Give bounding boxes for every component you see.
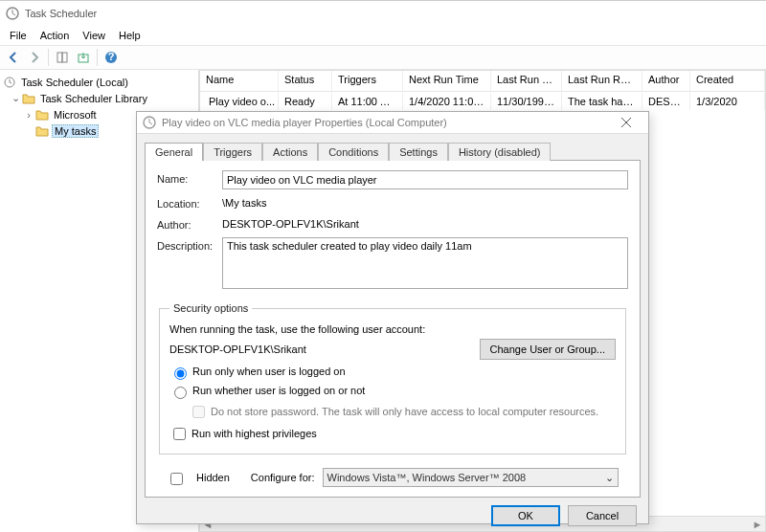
tab-general-panel: Name: Location: \My tasks Author: DESKTO… xyxy=(145,160,641,498)
expand-icon[interactable]: ⌄ xyxy=(10,92,21,104)
clock-icon xyxy=(143,116,156,129)
task-properties-dialog: Play video on VLC media player Propertie… xyxy=(136,111,649,524)
dialog-tabs: General Triggers Actions Conditions Sett… xyxy=(137,134,648,160)
svg-rect-3 xyxy=(57,53,62,62)
user-account-label: When running the task, use the following… xyxy=(169,321,616,337)
grid-header: Name Status Triggers Next Run Time Last … xyxy=(200,71,765,92)
tab-history[interactable]: History (disabled) xyxy=(448,143,552,161)
col-next-run[interactable]: Next Run Time xyxy=(403,71,491,91)
menu-help[interactable]: Help xyxy=(113,28,146,43)
do-not-store-checkbox xyxy=(192,406,205,418)
tree-root[interactable]: Task Scheduler (Local) xyxy=(2,74,196,90)
col-author[interactable]: Author xyxy=(642,71,690,91)
dialog-title: Play video on VLC media player Propertie… xyxy=(162,117,610,128)
export-button[interactable] xyxy=(74,48,93,67)
cancel-button[interactable]: Cancel xyxy=(568,505,637,526)
tab-general[interactable]: General xyxy=(145,143,203,161)
table-row[interactable]: Play video o... Ready At 11:00 AM ... 1/… xyxy=(200,92,765,111)
folder-icon xyxy=(34,108,50,122)
forward-button[interactable] xyxy=(25,48,44,67)
run-highest-checkbox[interactable] xyxy=(173,428,186,440)
scroll-right-icon[interactable]: ► xyxy=(750,517,765,532)
tab-triggers[interactable]: Triggers xyxy=(203,143,262,161)
refresh-all-button[interactable] xyxy=(53,48,72,67)
run-logged-on-radio[interactable] xyxy=(174,367,187,380)
col-triggers[interactable]: Triggers xyxy=(332,71,403,91)
dialog-titlebar[interactable]: Play video on VLC media player Propertie… xyxy=(137,112,648,134)
location-label: Location: xyxy=(157,195,216,210)
menu-action[interactable]: Action xyxy=(34,28,76,43)
col-last-run[interactable]: Last Run Time xyxy=(491,71,562,91)
change-user-button[interactable]: Change User or Group... xyxy=(480,339,616,360)
col-created[interactable]: Created xyxy=(690,71,765,91)
scheduler-icon xyxy=(2,76,17,89)
window-titlebar: Task Scheduler xyxy=(0,1,766,26)
folder-icon xyxy=(21,92,36,105)
collapse-icon[interactable]: › xyxy=(23,109,34,121)
name-label: Name: xyxy=(157,170,216,185)
col-last-result[interactable]: Last Run Result xyxy=(562,71,642,91)
svg-line-2 xyxy=(12,13,15,15)
user-account-value: DESKTOP-OPLFV1K\Srikant xyxy=(169,344,472,355)
security-options-group: Security options When running the task, … xyxy=(159,302,626,454)
menubar: File Action View Help xyxy=(0,26,766,45)
col-status[interactable]: Status xyxy=(279,71,332,91)
window-title: Task Scheduler xyxy=(25,8,97,19)
tree-library[interactable]: ⌄ Task Scheduler Library xyxy=(2,90,196,106)
name-field[interactable] xyxy=(222,170,628,189)
chevron-down-icon: ⌄ xyxy=(605,472,614,484)
tab-settings[interactable]: Settings xyxy=(389,143,448,161)
description-label: Description: xyxy=(157,237,216,252)
svg-text:?: ? xyxy=(108,51,115,62)
location-value: \My tasks xyxy=(222,195,628,211)
svg-line-10 xyxy=(10,82,11,83)
tab-conditions[interactable]: Conditions xyxy=(318,143,389,161)
back-button[interactable] xyxy=(4,48,23,67)
folder-icon xyxy=(34,124,50,138)
author-label: Author: xyxy=(157,216,216,231)
app-icon xyxy=(6,7,19,20)
close-button[interactable] xyxy=(610,112,642,133)
svg-rect-4 xyxy=(62,53,67,62)
configure-for-select[interactable]: Windows Vista™, Windows Server™ 2008 ⌄ xyxy=(323,468,619,487)
hidden-checkbox[interactable] xyxy=(170,473,183,485)
close-icon xyxy=(621,118,631,127)
dialog-footer: OK Cancel xyxy=(137,498,648,532)
security-legend: Security options xyxy=(169,302,252,314)
author-value: DESKTOP-OPLFV1K\Srikant xyxy=(222,216,628,232)
toolbar: ? xyxy=(0,45,766,70)
menu-file[interactable]: File xyxy=(4,28,33,43)
svg-line-16 xyxy=(149,122,152,124)
ok-button[interactable]: OK xyxy=(491,505,560,526)
help-icon[interactable]: ? xyxy=(101,48,121,67)
menu-view[interactable]: View xyxy=(77,28,111,43)
col-name[interactable]: Name xyxy=(200,71,279,91)
run-whether-radio[interactable] xyxy=(174,387,187,399)
configure-for-label: Configure for: xyxy=(251,472,315,483)
description-field[interactable] xyxy=(222,237,628,289)
tab-actions[interactable]: Actions xyxy=(262,143,318,161)
